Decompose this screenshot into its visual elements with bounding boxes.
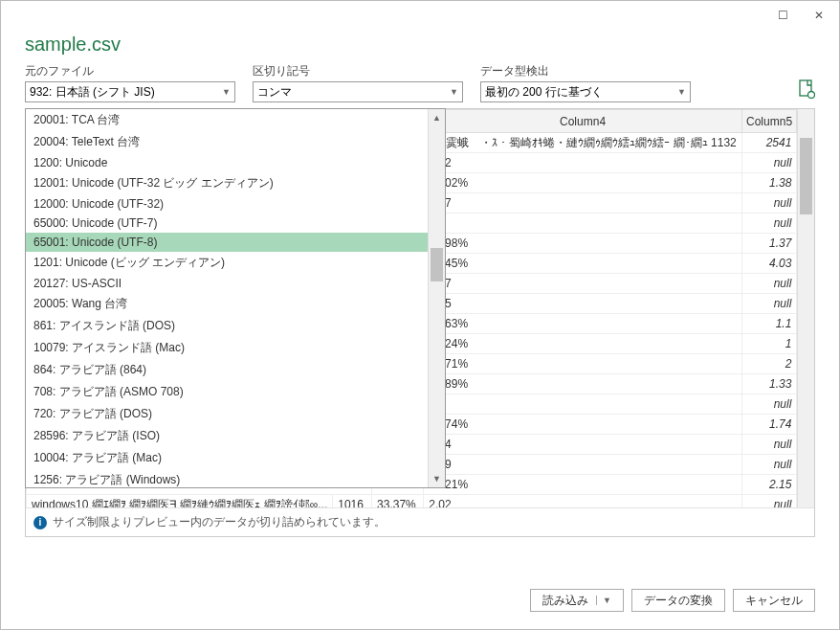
load-label: 読み込み xyxy=(542,593,588,609)
footer: 読み込み ▼ データの変換 キャンセル xyxy=(1,574,839,629)
origin-control: 元のファイル 932: 日本語 (シフト JIS) ▼ xyxy=(25,63,235,102)
load-button[interactable]: 読み込み ▼ xyxy=(530,589,624,612)
chevron-down-icon: ▼ xyxy=(222,87,231,97)
page-title: sample.csv xyxy=(1,30,839,63)
detect-label: データ型検出 xyxy=(480,63,691,79)
info-text: サイズ制限よりプレビュー内のデータが切り詰められています。 xyxy=(53,514,386,530)
origin-label: 元のファイル xyxy=(25,63,235,79)
origin-value: 932: 日本語 (シフト JIS) xyxy=(30,84,155,101)
dropdown-item[interactable]: 1201: Unicode (ビッグ エンディアン) xyxy=(26,252,428,274)
dropdown-item[interactable]: 20004: TeleText 台湾 xyxy=(26,131,428,153)
transform-button[interactable]: データの変換 xyxy=(631,589,725,612)
dropdown-item[interactable]: 65000: Unicode (UTF-7) xyxy=(26,214,428,233)
maximize-button[interactable]: ☐ xyxy=(764,2,801,29)
origin-combobox[interactable]: 932: 日本語 (シフト JIS) ▼ xyxy=(25,81,235,102)
main-area: n3 Column4 Column5 謗ｲ霙蛾 ・ｽ・蜀崎ｵｷ蜷・縺ｳ繝ｩ繝ｳ繧… xyxy=(1,108,839,574)
dropdown-item[interactable]: 10079: アイスランド語 (Mac) xyxy=(26,337,428,359)
dropdown-item[interactable]: 861: アイスランド語 (DOS) xyxy=(26,315,428,337)
detect-combobox[interactable]: 最初の 200 行に基づく ▼ xyxy=(480,81,691,102)
delimiter-control: 区切り記号 コンマ ▼ xyxy=(253,63,463,102)
cancel-button[interactable]: キャンセル xyxy=(733,589,815,612)
info-icon: i xyxy=(33,516,47,529)
dropdown-item[interactable]: 1256: アラビア語 (Windows) xyxy=(26,469,428,487)
settings-icon[interactable] xyxy=(798,79,815,102)
chevron-down-icon: ▼ xyxy=(450,87,458,97)
controls-row: 元のファイル 932: 日本語 (シフト JIS) ▼ 区切り記号 コンマ ▼ … xyxy=(1,63,839,108)
dropdown-scrollbar[interactable]: ▲ ▼ xyxy=(428,109,445,487)
title-bar: ☐ ✕ xyxy=(1,1,839,30)
dropdown-item[interactable]: 708: アラビア語 (ASMO 708) xyxy=(26,381,428,403)
scrollbar-thumb[interactable] xyxy=(800,138,812,214)
table-row[interactable]: windows10 繝ｴ繝ｦ 繝ｦ繝医∃ 繝ｦ縺ｳ繝ｦ繝医ｪ 繝ｦ謗ｲ邨∞...… xyxy=(27,495,797,508)
vertical-scrollbar[interactable] xyxy=(797,109,814,507)
delimiter-combobox[interactable]: コンマ ▼ xyxy=(253,81,463,102)
dropdown-item[interactable]: 20001: TCA 台湾 xyxy=(26,109,428,131)
dropdown-item[interactable]: 12001: Unicode (UTF-32 ビッグ エンディアン) xyxy=(26,172,428,194)
dropdown-scroll-thumb[interactable] xyxy=(431,248,443,281)
delimiter-value: コンマ xyxy=(257,84,292,101)
svg-point-1 xyxy=(808,92,815,99)
dropdown-item[interactable]: 65001: Unicode (UTF-8) xyxy=(26,233,428,252)
transform-label: データの変換 xyxy=(644,593,713,609)
dropdown-item[interactable]: 1200: Unicode xyxy=(26,153,428,172)
dropdown-item[interactable]: 720: アラビア語 (DOS) xyxy=(26,403,428,425)
chevron-down-icon: ▼ xyxy=(677,87,686,97)
delimiter-label: 区切り記号 xyxy=(253,63,463,79)
info-bar: i サイズ制限よりプレビュー内のデータが切り詰められています。 xyxy=(26,507,814,536)
detect-control: データ型検出 最初の 200 行に基づく ▼ xyxy=(480,63,691,102)
origin-dropdown: 20001: TCA 台湾20004: TeleText 台湾1200: Uni… xyxy=(25,108,446,488)
chevron-down-icon[interactable]: ▼ xyxy=(596,596,611,605)
scroll-down-icon[interactable]: ▼ xyxy=(429,470,445,487)
dropdown-list: 20001: TCA 台湾20004: TeleText 台湾1200: Uni… xyxy=(26,109,428,487)
dropdown-item[interactable]: 28596: アラビア語 (ISO) xyxy=(26,425,428,447)
dropdown-item[interactable]: 20005: Wang 台湾 xyxy=(26,293,428,315)
col-c4[interactable]: Column4 xyxy=(424,110,741,133)
scroll-up-icon[interactable]: ▲ xyxy=(429,109,445,126)
cancel-label: キャンセル xyxy=(745,593,803,609)
dropdown-item[interactable]: 12000: Unicode (UTF-32) xyxy=(26,194,428,214)
dropdown-item[interactable]: 20127: US-ASCII xyxy=(26,274,428,293)
detect-value: 最初の 200 行に基づく xyxy=(485,84,603,101)
col-c5[interactable]: Column5 xyxy=(741,110,797,133)
dropdown-item[interactable]: 10004: アラビア語 (Mac) xyxy=(26,447,428,469)
close-button[interactable]: ✕ xyxy=(801,2,837,29)
dropdown-item[interactable]: 864: アラビア語 (864) xyxy=(26,359,428,381)
